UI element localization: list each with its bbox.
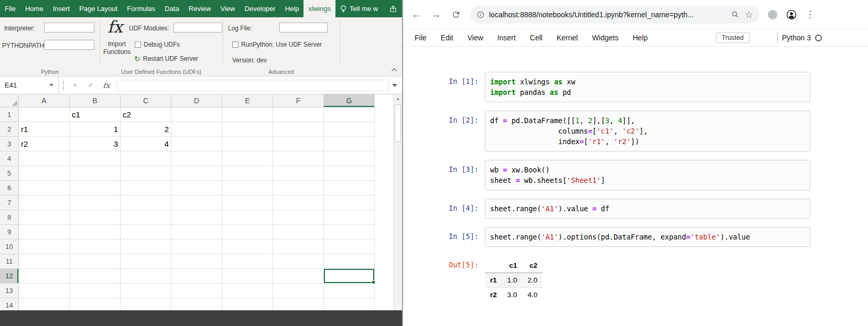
cell-C14[interactable] — [121, 298, 171, 310]
ribbon-tab-insert[interactable]: Insert — [48, 0, 75, 17]
cell-G9[interactable] — [324, 225, 375, 240]
cell-B14[interactable] — [70, 298, 121, 310]
ribbon-tab-review[interactable]: Review — [184, 0, 216, 17]
row-header-3[interactable]: 3 — [0, 137, 19, 151]
cell-B5[interactable] — [70, 166, 121, 181]
address-bar[interactable]: localhost:8888/notebooks/Untitled1.ipynb… — [470, 6, 760, 24]
cell-F4[interactable] — [273, 151, 324, 166]
column-header-E[interactable]: E — [222, 94, 273, 107]
menu-widgets[interactable]: Widgets — [592, 34, 619, 42]
cell-B1[interactable]: c1 — [70, 107, 121, 122]
ribbon-collapse-button[interactable] — [391, 66, 397, 73]
share-button[interactable] — [384, 0, 402, 17]
ribbon-tab-data[interactable]: Data — [160, 0, 183, 17]
cell-C3[interactable]: 4 — [121, 137, 171, 151]
enter-button[interactable]: ✓ — [83, 81, 99, 89]
ribbon-tab-view[interactable]: View — [215, 0, 240, 17]
row-header-12[interactable]: 12 — [0, 269, 19, 284]
cell-F8[interactable] — [273, 210, 324, 225]
cell-A11[interactable] — [19, 254, 70, 269]
udf-modules-input[interactable] — [173, 23, 222, 32]
cell-G14[interactable] — [324, 298, 375, 310]
cell-A13[interactable] — [19, 284, 70, 298]
row-header-10[interactable]: 10 — [0, 240, 19, 254]
cell-D10[interactable] — [171, 240, 222, 254]
cell-G4[interactable] — [324, 151, 375, 166]
cell-F9[interactable] — [273, 225, 324, 240]
cell-D8[interactable] — [171, 210, 222, 225]
select-all-corner[interactable] — [0, 94, 19, 107]
cell-C8[interactable] — [121, 210, 171, 225]
cell-E3[interactable] — [222, 137, 273, 151]
cell-C4[interactable] — [121, 151, 171, 166]
cell-G2[interactable] — [324, 122, 375, 137]
cell-F2[interactable] — [273, 122, 324, 137]
ribbon-tab-home[interactable]: Home — [20, 0, 48, 17]
extensions-icon[interactable] — [768, 10, 777, 19]
cell-C12[interactable] — [121, 269, 171, 284]
menu-edit[interactable]: Edit — [441, 34, 453, 42]
cell-F3[interactable] — [273, 137, 324, 151]
cell-B8[interactable] — [70, 210, 121, 225]
column-header-G[interactable]: G — [324, 94, 375, 107]
row-header-4[interactable]: 4 — [0, 151, 19, 166]
row-header-5[interactable]: 5 — [0, 166, 19, 181]
cell-G6[interactable] — [324, 181, 375, 195]
cell-G7[interactable] — [324, 195, 375, 210]
cell-F13[interactable] — [273, 284, 324, 298]
cell-B10[interactable] — [70, 240, 121, 254]
ribbon-tab-page-layout[interactable]: Page Layout — [74, 0, 122, 17]
row-header-13[interactable]: 13 — [0, 284, 19, 298]
ribbon-tab-developer[interactable]: Developer — [240, 0, 280, 17]
cell-C11[interactable] — [121, 254, 171, 269]
restart-udf-server-button[interactable]: ↻Restart UDF Server — [134, 55, 198, 62]
cell-B3[interactable]: 3 — [70, 137, 121, 151]
row-header-2[interactable]: 2 — [0, 122, 19, 137]
cancel-button[interactable]: × — [67, 81, 83, 89]
cell-G5[interactable] — [324, 166, 375, 181]
menu-kebab-icon[interactable]: ⋮ — [806, 9, 815, 20]
code-input[interactable]: sheet.range('A1').value = df — [485, 199, 810, 219]
cell-A1[interactable] — [19, 107, 70, 122]
cell-C5[interactable] — [121, 166, 171, 181]
menu-insert[interactable]: Insert — [497, 34, 516, 42]
cell-E9[interactable] — [222, 225, 273, 240]
cell-F14[interactable] — [273, 298, 324, 310]
cell-F6[interactable] — [273, 181, 324, 195]
url-text[interactable]: localhost:8888/notebooks/Untitled1.ipynb… — [489, 10, 693, 19]
cell-D12[interactable] — [171, 269, 222, 284]
cell-A8[interactable] — [19, 210, 70, 225]
cell-E6[interactable] — [222, 181, 273, 195]
cell-D11[interactable] — [171, 254, 222, 269]
cell-E14[interactable] — [222, 298, 273, 310]
cell-E10[interactable] — [222, 240, 273, 254]
insert-function-button[interactable]: fx — [99, 81, 114, 90]
vertical-scrollbar[interactable]: ▴ — [393, 94, 402, 310]
cell-F10[interactable] — [273, 240, 324, 254]
cell-E2[interactable] — [222, 122, 273, 137]
menu-view[interactable]: View — [468, 34, 483, 42]
checkbox-icon[interactable] — [135, 41, 141, 48]
menu-kernel[interactable]: Kernel — [557, 34, 578, 42]
cell-F11[interactable] — [273, 254, 324, 269]
formula-bar-expand-icon[interactable] — [392, 84, 397, 87]
cell-A5[interactable] — [19, 166, 70, 181]
cell-D1[interactable] — [171, 107, 222, 122]
cell-C13[interactable] — [121, 284, 171, 298]
cell-A3[interactable]: r2 — [19, 137, 70, 151]
cell-A4[interactable] — [19, 151, 70, 166]
log-file-input[interactable] — [279, 23, 328, 32]
formula-input[interactable] — [116, 80, 389, 91]
import-functions-icon[interactable]: fx — [107, 19, 123, 35]
cell-A9[interactable] — [19, 225, 70, 240]
column-header-F[interactable]: F — [273, 94, 324, 107]
cell-D4[interactable] — [171, 151, 222, 166]
ribbon-tab-xlwings[interactable]: xlwings — [303, 0, 335, 17]
tell-me-button[interactable]: Tell me w — [335, 0, 382, 17]
cell-B11[interactable] — [70, 254, 121, 269]
cell-D6[interactable] — [171, 181, 222, 195]
name-box[interactable]: E41 — [0, 77, 59, 94]
row-header-14[interactable]: 14 — [0, 298, 19, 310]
checkbox-icon[interactable] — [232, 41, 238, 48]
cell-E8[interactable] — [222, 210, 273, 225]
